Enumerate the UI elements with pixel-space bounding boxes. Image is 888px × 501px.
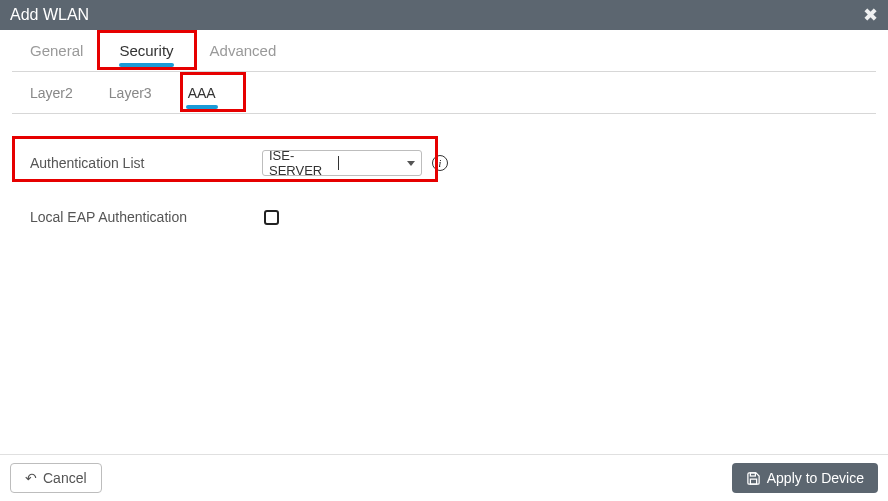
- tab-layer2[interactable]: Layer2: [12, 72, 91, 113]
- tab-label: General: [30, 42, 83, 59]
- modal-title: Add WLAN: [10, 6, 863, 24]
- save-icon: [746, 471, 761, 486]
- tab-label: Security: [119, 42, 173, 59]
- close-icon[interactable]: ✖: [863, 4, 878, 26]
- tab-label: Advanced: [210, 42, 277, 59]
- tab-advanced[interactable]: Advanced: [192, 30, 295, 71]
- text-cursor: [338, 156, 339, 170]
- tabs-primary: General Security Advanced: [12, 30, 876, 72]
- tab-label: Layer2: [30, 85, 73, 101]
- tab-underline: [119, 63, 173, 67]
- auth-list-label: Authentication List: [22, 155, 262, 171]
- row-auth-list: Authentication List ISE-SERVER i: [22, 142, 866, 184]
- tab-label: Layer3: [109, 85, 152, 101]
- apply-button[interactable]: Apply to Device: [732, 463, 878, 493]
- svg-rect-0: [750, 472, 755, 475]
- form-area: Authentication List ISE-SERVER i Local E…: [12, 114, 876, 278]
- info-icon[interactable]: i: [432, 155, 448, 171]
- undo-icon: ↶: [25, 471, 37, 485]
- local-eap-checkbox[interactable]: [264, 210, 279, 225]
- modal-footer: ↶ Cancel Apply to Device: [0, 454, 888, 501]
- auth-list-select[interactable]: ISE-SERVER: [262, 150, 422, 176]
- tab-layer3[interactable]: Layer3: [91, 72, 170, 113]
- tab-aaa[interactable]: AAA: [170, 72, 234, 113]
- cancel-label: Cancel: [43, 470, 87, 486]
- modal-header: Add WLAN ✖: [0, 0, 888, 30]
- svg-rect-1: [750, 479, 756, 484]
- tabs-secondary: Layer2 Layer3 AAA: [12, 72, 876, 114]
- modal-content: General Security Advanced Layer2 Layer3 …: [0, 30, 888, 454]
- tab-underline: [186, 105, 218, 109]
- apply-label: Apply to Device: [767, 470, 864, 486]
- auth-list-value: ISE-SERVER: [269, 148, 337, 178]
- tab-security[interactable]: Security: [101, 30, 191, 71]
- local-eap-label: Local EAP Authentication: [22, 209, 262, 225]
- row-local-eap: Local EAP Authentication: [22, 196, 866, 238]
- cancel-button[interactable]: ↶ Cancel: [10, 463, 102, 493]
- tab-general[interactable]: General: [12, 30, 101, 71]
- tab-label: AAA: [188, 85, 216, 101]
- chevron-down-icon: [407, 161, 415, 166]
